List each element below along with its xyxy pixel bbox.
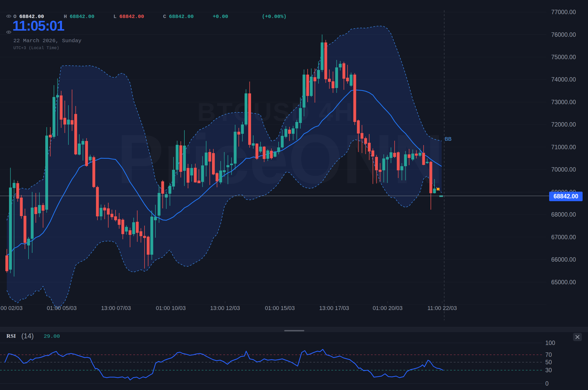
svg-text:+0.00: +0.00 [213, 14, 228, 20]
svg-text:70000.00: 70000.00 [551, 166, 576, 173]
svg-text:L: L [113, 14, 117, 20]
svg-text:01:00 10/03: 01:00 10/03 [156, 305, 186, 311]
svg-text:50: 50 [545, 359, 552, 366]
svg-text:68000.00: 68000.00 [551, 211, 576, 218]
svg-text:H: H [64, 14, 67, 20]
svg-text:13:00 17/03: 13:00 17/03 [319, 305, 349, 311]
svg-text:11:05:01: 11:05:01 [12, 18, 65, 34]
svg-text:100: 100 [545, 340, 555, 346]
svg-text:30: 30 [545, 367, 552, 374]
svg-text:68842.00: 68842.00 [554, 193, 578, 200]
svg-text:11:00 22/03: 11:00 22/03 [427, 305, 457, 311]
svg-text:01:00 15/03: 01:00 15/03 [265, 305, 295, 311]
svg-text:13:00 07/03: 13:00 07/03 [101, 305, 131, 311]
svg-text:BB: BB [445, 136, 452, 142]
svg-text:68842.00: 68842.00 [169, 14, 194, 20]
svg-text:65000.00: 65000.00 [551, 279, 576, 286]
svg-text:(14): (14) [21, 332, 34, 340]
svg-text:75000.00: 75000.00 [551, 54, 576, 60]
svg-text:77000.00: 77000.00 [551, 9, 576, 15]
svg-text:0: 0 [545, 380, 549, 387]
svg-text:73000.00: 73000.00 [551, 99, 576, 105]
svg-text:68842.00: 68842.00 [119, 14, 144, 20]
svg-text:13:00 12/03: 13:00 12/03 [210, 305, 240, 311]
svg-text:01:00 05/03: 01:00 05/03 [47, 305, 77, 311]
svg-text:71000.00: 71000.00 [551, 144, 576, 150]
svg-text:UTC+3 (Local Time): UTC+3 (Local Time) [13, 46, 59, 50]
svg-text:(+0.00%): (+0.00%) [262, 14, 287, 20]
svg-text:66000.00: 66000.00 [551, 256, 576, 263]
svg-text:01:00 20/03: 01:00 20/03 [373, 305, 403, 311]
svg-text:72000.00: 72000.00 [551, 121, 576, 128]
svg-text:RSI: RSI [6, 333, 16, 339]
svg-text:68842.00: 68842.00 [70, 14, 94, 20]
svg-text:22 March 2026, Sunday: 22 March 2026, Sunday [13, 38, 82, 44]
svg-text:C: C [163, 14, 166, 20]
svg-text:74000.00: 74000.00 [551, 76, 576, 83]
svg-text:76000.00: 76000.00 [551, 31, 576, 38]
svg-text:67000.00: 67000.00 [551, 234, 576, 241]
svg-text:29.00: 29.00 [44, 333, 60, 339]
svg-text:70: 70 [545, 351, 552, 358]
svg-text:00 02/03: 00 02/03 [1, 305, 23, 311]
